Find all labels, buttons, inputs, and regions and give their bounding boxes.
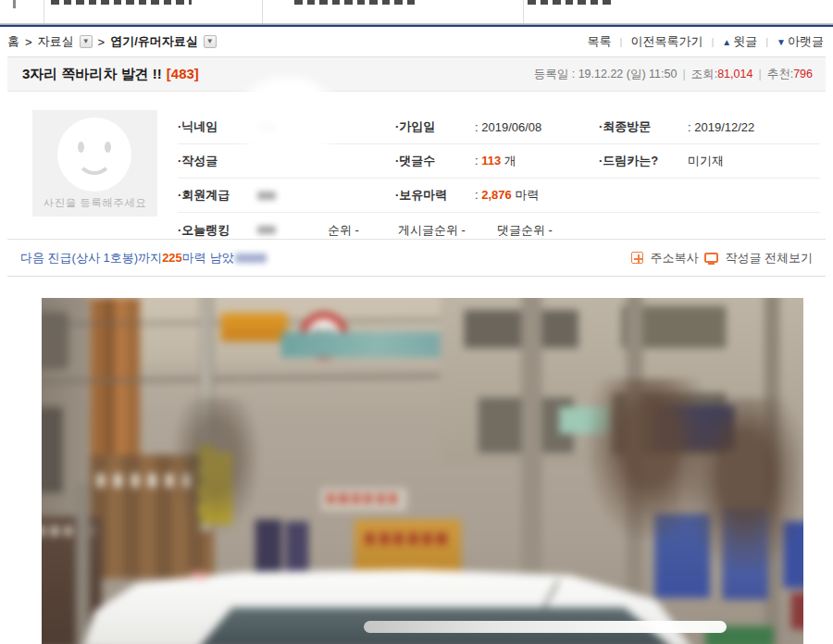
redacted-value [257, 192, 276, 200]
breadcrumb-row: 홈 > 자료실 ▼ > 엽기/유머자료실 ▼ 목록 | 이전목록가기 | ▲윗글… [0, 27, 833, 56]
comment-count-badge: [483] [167, 66, 199, 81]
down-arrow-icon: ▼ [777, 37, 786, 47]
ranking-label: ·오늘랭킹 [178, 222, 257, 239]
post-meta: 등록일 : 19.12.22 (일) 11:50|조회:81,014|추천:79… [534, 67, 813, 82]
photo-shape [42, 312, 68, 369]
ranking-values: 순위 - 게시글순위 - 댓글순위 - [328, 222, 553, 239]
page-title: 3자리 쪽바리차 발견 !![483] [22, 66, 199, 83]
up-arrow-icon: ▲ [722, 37, 731, 47]
copy-plus-icon [631, 252, 643, 264]
clipped-menu-text [528, 0, 613, 5]
views-count: 81,014 [717, 68, 752, 80]
chevron-down-icon[interactable]: ▼ [80, 35, 93, 48]
likes-count: 796 [793, 68, 813, 80]
breadcrumb-separator: > [25, 35, 32, 49]
photo-blur-layer: 50 [42, 298, 803, 644]
comments-label: ·댓글수 [395, 153, 475, 169]
table-row: ·회원계급 ·보유마력: 2,876 마력 [178, 179, 820, 213]
post-date: 등록일 : 19.12.22 (일) 11:50 [534, 68, 678, 80]
photo-car-light [191, 572, 208, 578]
nickname-label: ·닉네임 [178, 118, 257, 135]
rank-fragment: 순위 - [328, 222, 359, 239]
redacted-value [257, 123, 276, 131]
breadcrumb: 홈 > 자료실 ▼ > 엽기/유머자료실 ▼ [7, 33, 217, 50]
join-date-value: : 2019/06/08 [475, 120, 541, 134]
next-post-button[interactable]: ▼아랫글 [777, 33, 824, 50]
photo-roadname-sign [221, 313, 288, 341]
dreamcar-label: ·드림카는? [599, 153, 688, 169]
monitor-icon [704, 253, 718, 263]
menu-divider [523, 0, 524, 23]
clipped-menu-mark [13, 0, 16, 8]
photo-shape [281, 332, 443, 358]
prev-post-button[interactable]: ▲윗글 [722, 33, 757, 50]
table-row: ·작성글 ·댓글수: 113 개 ·드림카는?미기재 [178, 144, 820, 179]
top-menu-clipped [0, 0, 833, 24]
profile-grid: ·닉네임 ·가입일: 2019/06/08 ·최종방문: 2019/12/22 … [178, 110, 820, 239]
mana-value: : 2,876 마력 [475, 187, 539, 204]
last-visit-value: : 2019/12/22 [688, 120, 754, 134]
breadcrumb-section[interactable]: 자료실 [38, 33, 74, 50]
post-title-bar: 3자리 쪽바리차 발견 !![483] 등록일 : 19.12.22 (일) 1… [7, 56, 826, 92]
views-label: 조회: [691, 68, 717, 80]
list-navigation: 목록 | 이전목록가기 | ▲윗글 | ▼아랫글 [588, 33, 824, 50]
photo-shape [42, 407, 63, 493]
table-row: ·오늘랭킹 순위 - 게시글순위 - 댓글순위 - [178, 213, 820, 247]
author-profile-panel: 사진을 등록해주세요 ·닉네임 ·가입일: 2019/06/08 ·최종방문: … [7, 92, 826, 240]
list-button[interactable]: 목록 [588, 33, 612, 50]
photo-pole [76, 483, 89, 644]
copy-url-button[interactable]: 주소복사 [650, 250, 698, 266]
mana-label: ·보유마력 [395, 187, 475, 204]
breadcrumb-home[interactable]: 홈 [7, 33, 19, 50]
avatar: 사진을 등록해주세요 [32, 110, 157, 217]
breadcrumb-separator: > [98, 35, 106, 49]
divider: | [765, 36, 768, 47]
comments-value: : 113 개 [475, 153, 516, 169]
breadcrumb-board[interactable]: 엽기/유머자료실 [110, 33, 198, 50]
post-actions: 주소복사 작성글 전체보기 [631, 250, 813, 266]
divider: | [620, 36, 623, 47]
photo-sign-text [366, 533, 450, 544]
photo-tree [688, 398, 802, 569]
page: 홈 > 자료실 ▼ > 엽기/유머자료실 ▼ 목록 | 이전목록가기 | ▲윗글… [0, 0, 833, 644]
posts-label: ·작성글 [178, 153, 257, 169]
photo-banner [255, 520, 282, 581]
divider: | [711, 36, 714, 47]
smiley-placeholder-icon [57, 118, 131, 192]
last-visit-label: ·최종방문 [599, 118, 688, 135]
photo-sign [791, 593, 803, 629]
redacted-value [257, 226, 276, 234]
avatar-caption: 사진을 등록해주세요 [32, 196, 157, 210]
clipped-menu-text [51, 0, 192, 5]
table-row: ·닉네임 ·가입일: 2019/06/08 ·최종방문: 2019/12/22 [178, 110, 820, 144]
view-all-posts-button[interactable]: 작성글 전체보기 [725, 250, 813, 266]
clipped-menu-text [294, 0, 418, 5]
redacted-text [235, 254, 267, 263]
prev-list-button[interactable]: 이전목록가기 [630, 33, 702, 50]
likes-label: 추천: [767, 68, 793, 80]
menu-divider [44, 0, 44, 23]
promotion-progress-text: 다음 진급(상사 1호봉)까지 225마력 남았 [20, 250, 267, 266]
photo-banner [286, 522, 309, 579]
join-date-label: ·가입일 [395, 118, 475, 135]
mana-remaining: 225 [162, 251, 182, 265]
rank-posts: 게시글순위 - [398, 222, 466, 239]
menu-divider [262, 0, 263, 23]
grade-label: ·회원계급 [178, 187, 257, 204]
photo-sign-text [328, 494, 400, 503]
rank-comments: 댓글순위 - [497, 222, 553, 239]
photo-tree [173, 398, 259, 531]
scrollbar-pill-overlay [364, 621, 727, 633]
dreamcar-value: 미기재 [688, 153, 724, 169]
post-photo-street-scene: 50 [42, 298, 803, 644]
chevron-down-icon[interactable]: ▼ [204, 35, 217, 48]
